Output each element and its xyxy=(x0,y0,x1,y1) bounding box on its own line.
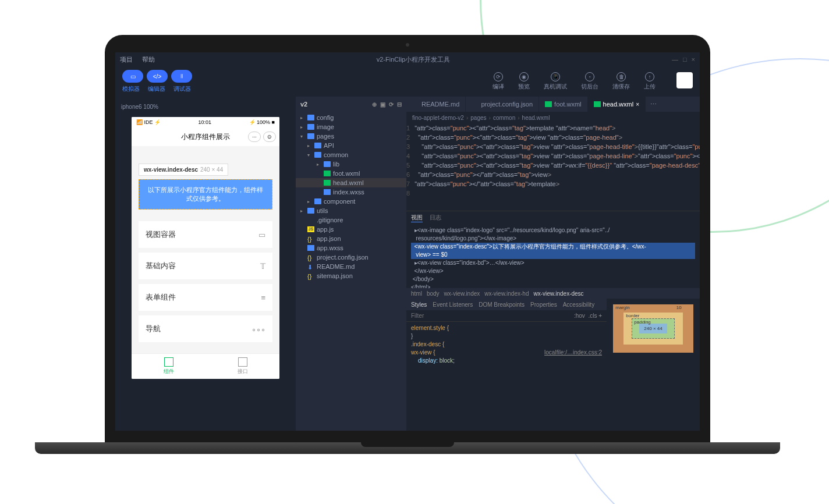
dom-crumb-item[interactable]: wx-view.index xyxy=(444,290,480,297)
dom-crumb-item[interactable]: wx-view.index-desc xyxy=(533,290,583,297)
dt-tab-elements[interactable]: 视图 xyxy=(411,214,423,222)
dom-breadcrumb: htmlbodywx-view.indexwx-view.index-hdwx-… xyxy=(406,288,700,299)
add-rule-icon[interactable]: + xyxy=(598,313,602,319)
editor-tabs: README.mdproject.config.jsonfoot.wxmlhea… xyxy=(406,97,700,112)
new-folder-icon[interactable]: ▣ xyxy=(380,101,385,108)
devtools: 视图 日志 ▸<wx-image class="index-logo" src=… xyxy=(406,211,700,431)
editor-tab[interactable]: head.wxml× xyxy=(588,97,646,112)
cls-toggle[interactable]: .cls xyxy=(588,313,597,319)
dom-crumb-item[interactable]: wx-view.index-hd xyxy=(484,290,529,297)
close-icon[interactable]: × xyxy=(692,56,695,63)
editor-area: README.mdproject.config.jsonfoot.wxmlhea… xyxy=(406,97,700,431)
hov-toggle[interactable]: :hov xyxy=(574,313,585,319)
tree-item-head.wxml[interactable]: head.wxml xyxy=(296,178,406,187)
inspect-tooltip: wx-view.index-desc240 × 44 xyxy=(139,164,228,176)
remote-debug-button[interactable]: 📱真机调试 xyxy=(544,72,567,91)
tree-item-API[interactable]: ▸API xyxy=(296,141,406,150)
window-title: v2-FinClip小程序开发工具 xyxy=(164,55,663,64)
tree-item-utils[interactable]: ▸utils xyxy=(296,206,406,215)
device-info: iphone6 100% xyxy=(120,101,291,117)
tree-item-pages[interactable]: ▾pages xyxy=(296,132,406,141)
laptop-base xyxy=(35,442,780,454)
styles-filter: :hov .cls + xyxy=(406,310,607,322)
minimize-icon[interactable]: — xyxy=(672,56,678,63)
tree-item-common[interactable]: ▾common xyxy=(296,150,406,159)
box-content: 240 × 44 xyxy=(639,324,667,333)
css-rules[interactable]: element.style {}.index-desc {</span></di… xyxy=(406,322,607,431)
user-avatar[interactable] xyxy=(676,72,693,88)
devtools-tabs: 视图 日志 xyxy=(406,211,700,224)
nav-title: 小程序组件展示 xyxy=(181,132,230,142)
file-explorer: v2 ⊕ ▣ ⟳ ⊟ ▸config▸image▾pages▸API▾commo… xyxy=(296,97,406,431)
phone-navbar: 小程序组件展示 ∙∙∙ ⊙ xyxy=(132,127,279,146)
tree-item-app.wxss[interactable]: app.wxss xyxy=(296,243,406,253)
tab-api[interactable]: 接口 xyxy=(206,354,279,379)
tree-item-README.md[interactable]: ⬇README.md xyxy=(296,262,406,271)
tree-item-app.js[interactable]: JSapp.js xyxy=(296,225,406,234)
list-item[interactable]: 导航∘∘∘ xyxy=(139,315,272,342)
preview-button[interactable]: ◉预览 xyxy=(518,72,530,91)
breadcrumb-item[interactable]: fino-applet-demo-v2 xyxy=(412,115,464,121)
dom-tree[interactable]: ▸<wx-image class="index-logo" src="../re… xyxy=(406,224,700,288)
styles-tab[interactable]: Accessibility xyxy=(563,301,594,308)
phone-tabbar: 组件 接口 xyxy=(132,353,279,379)
refresh-icon[interactable]: ⟳ xyxy=(389,101,394,108)
phone-statusbar: 📶 IDE ⚡ 10:01 ⚡ 100% ■ xyxy=(132,117,279,127)
capsule-close-icon[interactable]: ⊙ xyxy=(263,132,276,142)
styles-tab[interactable]: DOM Breakpoints xyxy=(479,301,525,308)
tree-item-config[interactable]: ▸config xyxy=(296,113,406,122)
filter-input[interactable] xyxy=(411,313,574,319)
breadcrumb-item[interactable]: pages xyxy=(470,115,486,121)
styles-tab[interactable]: Event Listeners xyxy=(433,301,473,308)
editor-toggle[interactable]: </> xyxy=(147,70,168,83)
simulator-toggle[interactable]: ▭ xyxy=(122,70,143,83)
tree-item-project.config.json[interactable]: {}project.config.json xyxy=(296,253,406,262)
dom-crumb-item[interactable]: html xyxy=(411,290,422,297)
tree-item-image[interactable]: ▸image xyxy=(296,122,406,132)
compile-button[interactable]: ⟳编译 xyxy=(493,72,504,91)
new-file-icon[interactable]: ⊕ xyxy=(372,101,377,108)
box-model: margin 10 border padding 240 × 44 xyxy=(607,299,700,431)
tree-item-component[interactable]: ▸component xyxy=(296,197,406,206)
editor-tab[interactable]: foot.wxml xyxy=(539,97,587,112)
tab-more-icon[interactable]: ⋯ xyxy=(646,97,661,112)
tree-item-app.json[interactable]: {}app.json xyxy=(296,234,406,243)
clear-cache-button[interactable]: 🗑清缓存 xyxy=(612,72,630,91)
simulator-panel: iphone6 100% 📶 IDE ⚡ 10:01 ⚡ 100% ■ 小程序组… xyxy=(115,97,296,431)
explorer-header: v2 ⊕ ▣ ⟳ ⊟ xyxy=(296,97,406,112)
capsule-menu-icon[interactable]: ∙∙∙ xyxy=(248,132,261,142)
tree-item-foot.wxml[interactable]: foot.wxml xyxy=(296,169,406,178)
dom-crumb-item[interactable]: body xyxy=(427,290,440,297)
styles-tab[interactable]: Styles xyxy=(411,301,427,308)
breadcrumb: fino-applet-demo-v2›pages›common›head.wx… xyxy=(406,112,700,123)
editor-tab[interactable]: README.md xyxy=(406,97,466,112)
debugger-toggle[interactable]: ⫴ xyxy=(171,70,192,83)
list-item[interactable]: 基础内容𝕋 xyxy=(139,253,272,279)
breadcrumb-item[interactable]: common xyxy=(493,115,515,121)
tree-item-lib[interactable]: ▸lib xyxy=(296,159,406,169)
breadcrumb-item[interactable]: head.wxml xyxy=(522,115,550,121)
code-editor[interactable]: 12345678 "attr">class="punc"><"attr">cla… xyxy=(406,123,700,211)
styles-tabs: StylesEvent ListenersDOM BreakpointsProp… xyxy=(406,299,607,310)
maximize-icon[interactable]: □ xyxy=(683,56,687,63)
laptop-frame: 项目 帮助 v2-FinClip小程序开发工具 — □ × ▭ </> ⫴ 模拟… xyxy=(105,35,710,442)
pill-label: 模拟器 xyxy=(122,85,140,93)
menu-help[interactable]: 帮助 xyxy=(142,55,155,64)
styles-tab[interactable]: Properties xyxy=(530,301,557,308)
highlighted-element[interactable]: 以下所展示小程序官方组件能力，组件样式仅供参考。 xyxy=(139,179,272,210)
collapse-icon[interactable]: ⊟ xyxy=(397,101,402,108)
tree-item-sitemap.json[interactable]: {}sitemap.json xyxy=(296,271,406,281)
tree-item-.gitignore[interactable]: .gitignore xyxy=(296,215,406,225)
pill-label: 调试器 xyxy=(173,85,191,93)
window-controls: — □ × xyxy=(672,56,695,63)
editor-tab[interactable]: project.config.json xyxy=(466,97,539,112)
dt-tab-console[interactable]: 日志 xyxy=(430,214,441,222)
list-item[interactable]: 表单组件≡ xyxy=(139,284,272,311)
menu-project[interactable]: 项目 xyxy=(120,55,133,64)
file-tree: ▸config▸image▾pages▸API▾common▸libfoot.w… xyxy=(296,112,406,431)
background-button[interactable]: ▫切后台 xyxy=(581,72,598,91)
upload-button[interactable]: ↑上传 xyxy=(644,72,656,91)
list-item[interactable]: 视图容器▭ xyxy=(139,221,272,248)
tab-component[interactable]: 组件 xyxy=(132,354,206,379)
tree-item-index.wxss[interactable]: index.wxss xyxy=(296,187,406,197)
